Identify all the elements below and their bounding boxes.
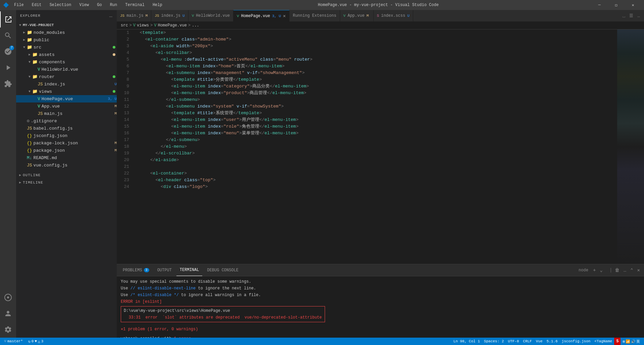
minimap — [617, 29, 644, 264]
tree-item-timeline[interactable]: ► TIMELINE — [16, 179, 117, 186]
split-terminal-icon[interactable]: ⎹ — [605, 267, 612, 274]
breadcrumb-src[interactable]: src — [121, 23, 128, 28]
tree-item-gitignore[interactable]: ► ⚙ .gitignore — [16, 117, 117, 125]
menu-edit[interactable]: Edit — [29, 3, 44, 7]
line-num-17: 17 — [117, 137, 129, 143]
tag-name[interactable]: <TagName — [592, 338, 614, 345]
tab-close-icon[interactable]: ✕ — [283, 13, 286, 19]
tab-homepage-label: HomePage.vue — [241, 14, 270, 18]
breadcrumb-views[interactable]: views — [137, 23, 149, 28]
activity-accounts[interactable] — [0, 305, 16, 322]
maximize-panel-icon[interactable]: ⌃ — [629, 267, 634, 274]
tree-item-homepage[interactable]: ► V HomePage.vue 3, U — [16, 95, 117, 102]
code-editor[interactable]: <template> <el-container class="admin-ho… — [132, 29, 617, 264]
language-mode[interactable]: Vue — [534, 338, 545, 345]
tree-item-outline[interactable]: ► OUTLINE — [16, 171, 117, 179]
tree-item-packagelock[interactable]: ► {} package-lock.json M — [16, 139, 117, 147]
tree-item-packagejson[interactable]: ► {} package.json M — [16, 147, 117, 154]
activity-explorer[interactable] — [0, 11, 16, 27]
helloworld-label: HelloWorld.vue — [42, 67, 117, 72]
assets-label: assets — [39, 52, 113, 57]
code-line-20: </el-aside> — [135, 157, 614, 163]
tree-item-views[interactable]: ▼ 📁 views — [16, 88, 117, 95]
tree-item-router[interactable]: ▼ 📁 router — [16, 73, 117, 80]
toggle-sidebar-icon[interactable]: ☰ — [628, 12, 635, 20]
vue-version[interactable]: 5.1.6 — [545, 338, 560, 345]
activity-remote[interactable] — [0, 289, 16, 305]
line-num-3: 3 — [117, 43, 129, 50]
cursor-position[interactable]: Ln 98, Col 1 — [451, 338, 482, 345]
close-panel-icon[interactable]: ✕ — [636, 267, 641, 274]
terminal-label: TERMINAL — [180, 268, 199, 272]
appvue-label: App.vue — [42, 104, 113, 109]
menu-go[interactable]: Go — [94, 3, 104, 7]
tab-mainjs[interactable]: JS main.js M — [117, 10, 151, 22]
activity-run[interactable] — [0, 60, 16, 76]
folder-icon: 📁 — [27, 45, 32, 50]
tree-item-readme[interactable]: ► M↓ README.md — [16, 154, 117, 161]
breadcrumb-homepage[interactable]: HomePage.vue — [158, 23, 186, 28]
tree-item-src[interactable]: ▼ 📁 src — [16, 44, 117, 51]
restore-button[interactable]: ◻ — [608, 0, 624, 10]
activity-settings[interactable] — [0, 322, 16, 338]
sync-status[interactable]: ↻ 0 ▼ △ 3 — [26, 338, 45, 345]
panel-tab-problems[interactable]: PROBLEMS 3 — [119, 264, 153, 276]
panel-tab-debug[interactable]: DEBUG CONSOLE — [204, 264, 242, 276]
error-detail-line: 33:31 error `slot` attributes are deprec… — [124, 314, 322, 321]
tree-item-appvue[interactable]: ► V App.vue M — [16, 102, 117, 110]
terminal-line-2: Use // eslint-disable-next-line to ignor… — [121, 285, 640, 292]
tab-appvue[interactable]: V App.vue M — [340, 10, 374, 22]
minimize-button[interactable]: — — [592, 0, 607, 10]
tree-item-node-modules[interactable]: ► 📁 node_modules — [16, 29, 117, 36]
more-actions-icon[interactable]: … — [622, 267, 628, 274]
tree-item-components[interactable]: ▼ 📁 components — [16, 58, 117, 66]
tab-running-extensions[interactable]: Running Extensions — [289, 10, 340, 22]
code-line-24: <div class="logo"> — [135, 184, 614, 190]
time-label: 英 — [636, 339, 640, 344]
folder-arrow-icon: ► — [27, 53, 32, 57]
code-line-10: <el-menu-item index="product">商品管理</el-m… — [135, 90, 614, 96]
sidebar-more-icon[interactable]: … — [109, 13, 113, 19]
tabs-bar: JS main.js M JS index.js U V HelloWorld.… — [117, 10, 644, 22]
project-root[interactable]: ▼ MY-VUE-PROJECT — [16, 21, 117, 29]
tree-item-mainjs[interactable]: ► JS main.js M — [16, 110, 117, 117]
panel-tab-output[interactable]: OUTPUT — [154, 264, 175, 276]
tab-bar-actions: ⎵ ☰ … — [621, 12, 644, 20]
tree-item-vueconfig[interactable]: ► JS vue.config.js — [16, 161, 117, 169]
more-tabs-icon[interactable]: … — [636, 12, 641, 20]
indentation[interactable]: Spaces: 2 — [482, 338, 506, 345]
menu-run[interactable]: Run — [107, 3, 120, 7]
config-file[interactable]: jsconfig.json — [560, 338, 593, 345]
activity-git[interactable]: 7 — [0, 44, 16, 60]
code-line-23: <el-header class="top"> — [135, 177, 614, 184]
panel-tab-terminal[interactable]: TERMINAL — [176, 264, 203, 276]
tree-item-jsconfig[interactable]: ► {} jsconfig.json — [16, 132, 117, 139]
tree-item-helloworld[interactable]: ► V HelloWorld.vue — [16, 66, 117, 73]
menu-view[interactable]: View — [76, 3, 92, 7]
split-editor-icon[interactable]: ⎵ — [621, 12, 627, 20]
menu-terminal[interactable]: Terminal — [122, 3, 147, 7]
tab-homepage[interactable]: V HomePage.vue 3, U ✕ — [233, 10, 289, 22]
close-button[interactable]: ✕ — [625, 0, 641, 10]
tree-item-public[interactable]: ► 📁 public — [16, 36, 117, 44]
kill-terminal-icon[interactable]: 🗑 — [613, 267, 621, 274]
tree-item-router-index[interactable]: ► JS index.js U — [16, 80, 117, 88]
code-line-5: <el-menu :default-active="activeMenu" cl… — [135, 56, 614, 63]
code-line-19: </el-scrollbar> — [135, 150, 614, 157]
new-terminal-icon[interactable]: + — [592, 267, 597, 274]
tree-item-babelconfig[interactable]: ► JS babel.config.js — [16, 125, 117, 132]
menu-selection[interactable]: Selection — [47, 3, 74, 7]
line-ending[interactable]: CRLF — [521, 338, 534, 345]
menu-help[interactable]: Help — [150, 3, 165, 7]
tree-item-assets[interactable]: ► 📁 assets — [16, 51, 117, 58]
activity-search[interactable] — [0, 27, 16, 44]
config-label: jsconfig.json — [562, 339, 591, 343]
terminal-dropdown-icon[interactable]: ⌄ — [598, 267, 604, 274]
menu-file[interactable]: File — [11, 3, 26, 7]
encoding[interactable]: UTF-8 — [506, 338, 521, 345]
activity-extensions[interactable] — [0, 76, 16, 92]
git-branch-status[interactable]: ⑂ master* — [2, 338, 25, 345]
tab-indexscss[interactable]: S index.scss U — [374, 10, 413, 22]
tab-indexjs[interactable]: JS index.js U — [151, 10, 188, 22]
tab-helloworld[interactable]: V HelloWorld.vue — [189, 10, 233, 22]
